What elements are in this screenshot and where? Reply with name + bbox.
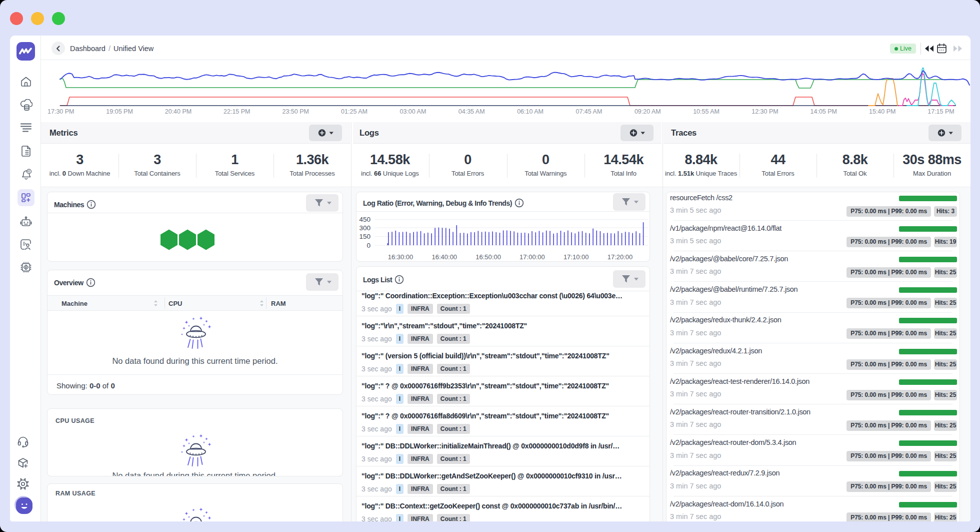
svg-text:19:05 PM: 19:05 PM: [106, 108, 133, 115]
svg-text:16:50:00: 16:50:00: [476, 253, 501, 261]
svg-text:04:35 AM: 04:35 AM: [458, 108, 485, 115]
svg-text:03:00 AM: 03:00 AM: [400, 108, 426, 115]
svg-text:15:40 PM: 15:40 PM: [869, 108, 896, 115]
svg-text:09:20 AM: 09:20 AM: [634, 108, 661, 115]
svg-text:10:55 AM: 10:55 AM: [693, 108, 720, 115]
svg-text:0: 0: [366, 242, 370, 249]
svg-text:150: 150: [359, 233, 370, 240]
svg-text:300: 300: [359, 224, 370, 232]
svg-text:01:25 AM: 01:25 AM: [341, 108, 368, 115]
svg-text:17:15 PM: 17:15 PM: [928, 108, 954, 115]
svg-text:22:15 PM: 22:15 PM: [224, 108, 250, 115]
svg-text:450: 450: [359, 216, 370, 223]
svg-text:23:50 PM: 23:50 PM: [282, 108, 309, 115]
svg-text:14:05 PM: 14:05 PM: [810, 108, 838, 115]
svg-text:17:10:00: 17:10:00: [564, 253, 589, 261]
svg-text:17:20:00: 17:20:00: [608, 253, 633, 261]
svg-text:16:40:00: 16:40:00: [432, 253, 457, 261]
svg-text:20:40 PM: 20:40 PM: [165, 108, 192, 115]
svg-text:06:10 AM: 06:10 AM: [517, 108, 544, 115]
svg-text:17:30 PM: 17:30 PM: [48, 108, 74, 115]
svg-text:07:45 AM: 07:45 AM: [576, 108, 602, 115]
svg-text:17:00:00: 17:00:00: [520, 253, 545, 261]
svg-text:12:30 PM: 12:30 PM: [752, 108, 778, 115]
svg-text:16:30:00: 16:30:00: [388, 253, 414, 261]
